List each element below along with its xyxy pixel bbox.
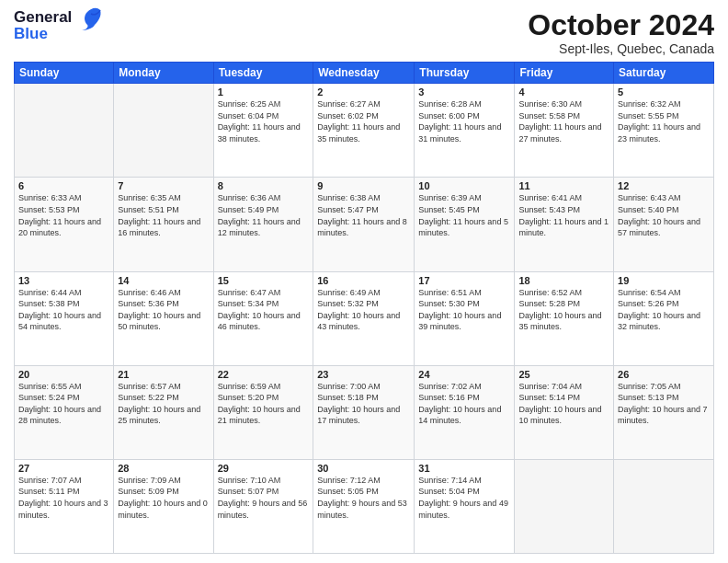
calendar-day-header: Saturday (614, 63, 714, 84)
day-info: Sunrise: 6:47 AMSunset: 5:34 PMDaylight:… (218, 287, 310, 333)
month-title: October 2024 (528, 9, 714, 41)
calendar-week-row: 1Sunrise: 6:25 AMSunset: 6:04 PMDaylight… (15, 84, 714, 178)
calendar-cell: 19Sunrise: 6:54 AMSunset: 5:26 PMDayligh… (614, 271, 714, 365)
calendar-cell: 9Sunrise: 6:38 AMSunset: 5:47 PMDaylight… (313, 178, 415, 271)
day-number: 11 (518, 180, 609, 191)
calendar-cell: 3Sunrise: 6:28 AMSunset: 6:00 PMDaylight… (415, 84, 515, 178)
day-number: 25 (518, 369, 609, 380)
day-number: 10 (418, 180, 510, 191)
calendar-cell (15, 84, 114, 178)
calendar-week-row: 6Sunrise: 6:33 AMSunset: 5:53 PMDaylight… (15, 178, 714, 271)
day-number: 2 (317, 86, 410, 98)
calendar-cell (515, 459, 614, 553)
day-info: Sunrise: 6:57 AMSunset: 5:22 PMDaylight:… (118, 381, 209, 427)
day-number: 15 (218, 275, 310, 286)
day-info: Sunrise: 6:32 AMSunset: 5:55 PMDaylight:… (618, 98, 710, 144)
calendar-cell: 14Sunrise: 6:46 AMSunset: 5:36 PMDayligh… (114, 271, 213, 365)
day-number: 20 (18, 369, 109, 380)
calendar-cell: 16Sunrise: 6:49 AMSunset: 5:32 PMDayligh… (313, 271, 415, 365)
day-number: 5 (618, 86, 710, 98)
day-number: 29 (218, 463, 310, 474)
day-number: 26 (618, 369, 710, 380)
day-number: 19 (618, 275, 710, 286)
logo-general: General (14, 9, 72, 26)
day-number: 8 (218, 180, 310, 191)
calendar-cell: 26Sunrise: 7:05 AMSunset: 5:13 PMDayligh… (614, 365, 714, 459)
location: Sept-Iles, Quebec, Canada (528, 41, 714, 56)
day-number: 7 (118, 180, 209, 191)
calendar-cell: 4Sunrise: 6:30 AMSunset: 5:58 PMDaylight… (515, 84, 614, 178)
day-info: Sunrise: 6:49 AMSunset: 5:32 PMDaylight:… (317, 287, 410, 333)
page: General Blue October 2024 Sept-Iles, Que… (0, 0, 728, 563)
calendar-cell: 1Sunrise: 6:25 AMSunset: 6:04 PMDaylight… (213, 84, 313, 178)
day-number: 9 (317, 180, 410, 191)
day-info: Sunrise: 6:51 AMSunset: 5:30 PMDaylight:… (418, 287, 510, 333)
calendar-cell: 15Sunrise: 6:47 AMSunset: 5:34 PMDayligh… (213, 271, 313, 365)
calendar-cell: 23Sunrise: 7:00 AMSunset: 5:18 PMDayligh… (313, 365, 415, 459)
header-right: October 2024 Sept-Iles, Quebec, Canada (528, 9, 714, 56)
day-info: Sunrise: 6:59 AMSunset: 5:20 PMDaylight:… (218, 381, 310, 427)
day-number: 3 (418, 86, 510, 98)
calendar-day-header: Sunday (15, 63, 114, 84)
calendar-cell: 29Sunrise: 7:10 AMSunset: 5:07 PMDayligh… (213, 459, 313, 553)
calendar-cell: 10Sunrise: 6:39 AMSunset: 5:45 PMDayligh… (415, 178, 515, 271)
calendar-cell: 30Sunrise: 7:12 AMSunset: 5:05 PMDayligh… (313, 459, 415, 553)
calendar-week-row: 20Sunrise: 6:55 AMSunset: 5:24 PMDayligh… (15, 365, 714, 459)
day-info: Sunrise: 6:52 AMSunset: 5:28 PMDaylight:… (518, 287, 609, 333)
calendar-cell: 17Sunrise: 6:51 AMSunset: 5:30 PMDayligh… (415, 271, 515, 365)
day-info: Sunrise: 6:54 AMSunset: 5:26 PMDaylight:… (618, 287, 710, 333)
day-info: Sunrise: 7:12 AMSunset: 5:05 PMDaylight:… (317, 475, 410, 521)
calendar-day-header: Monday (114, 63, 213, 84)
day-info: Sunrise: 6:55 AMSunset: 5:24 PMDaylight:… (18, 381, 109, 427)
day-number: 14 (118, 275, 209, 286)
calendar-cell (614, 459, 714, 553)
day-info: Sunrise: 7:02 AMSunset: 5:16 PMDaylight:… (418, 381, 510, 427)
day-info: Sunrise: 6:39 AMSunset: 5:45 PMDaylight:… (418, 192, 510, 238)
day-number: 22 (218, 369, 310, 380)
header: General Blue October 2024 Sept-Iles, Que… (14, 9, 714, 56)
calendar-cell: 8Sunrise: 6:36 AMSunset: 5:49 PMDaylight… (213, 178, 313, 271)
day-info: Sunrise: 6:46 AMSunset: 5:36 PMDaylight:… (118, 287, 209, 333)
day-info: Sunrise: 7:05 AMSunset: 5:13 PMDaylight:… (618, 381, 710, 427)
calendar-cell: 27Sunrise: 7:07 AMSunset: 5:11 PMDayligh… (15, 459, 114, 553)
day-info: Sunrise: 6:25 AMSunset: 6:04 PMDaylight:… (218, 98, 310, 144)
day-number: 31 (418, 463, 510, 474)
day-number: 23 (317, 369, 410, 380)
day-info: Sunrise: 6:35 AMSunset: 5:51 PMDaylight:… (118, 192, 209, 238)
calendar-cell: 25Sunrise: 7:04 AMSunset: 5:14 PMDayligh… (515, 365, 614, 459)
day-info: Sunrise: 6:33 AMSunset: 5:53 PMDaylight:… (18, 192, 109, 238)
day-info: Sunrise: 6:43 AMSunset: 5:40 PMDaylight:… (618, 192, 710, 238)
day-number: 6 (18, 180, 109, 191)
day-number: 28 (118, 463, 209, 474)
logo: General Blue (14, 9, 104, 42)
day-number: 12 (618, 180, 710, 191)
calendar-day-header: Tuesday (213, 63, 313, 84)
day-number: 13 (18, 275, 109, 286)
day-number: 21 (118, 369, 209, 380)
calendar-cell: 12Sunrise: 6:43 AMSunset: 5:40 PMDayligh… (614, 178, 714, 271)
day-info: Sunrise: 7:10 AMSunset: 5:07 PMDaylight:… (218, 475, 310, 521)
day-info: Sunrise: 7:14 AMSunset: 5:04 PMDaylight:… (418, 475, 510, 521)
calendar-cell: 21Sunrise: 6:57 AMSunset: 5:22 PMDayligh… (114, 365, 213, 459)
day-number: 24 (418, 369, 510, 380)
day-number: 1 (218, 86, 310, 98)
calendar-cell: 2Sunrise: 6:27 AMSunset: 6:02 PMDaylight… (313, 84, 415, 178)
day-info: Sunrise: 6:41 AMSunset: 5:43 PMDaylight:… (518, 192, 609, 238)
day-info: Sunrise: 6:27 AMSunset: 6:02 PMDaylight:… (317, 98, 410, 144)
calendar-cell: 13Sunrise: 6:44 AMSunset: 5:38 PMDayligh… (15, 271, 114, 365)
day-info: Sunrise: 7:04 AMSunset: 5:14 PMDaylight:… (518, 381, 609, 427)
calendar-cell (114, 84, 213, 178)
day-info: Sunrise: 7:09 AMSunset: 5:09 PMDaylight:… (118, 475, 209, 521)
calendar-cell: 28Sunrise: 7:09 AMSunset: 5:09 PMDayligh… (114, 459, 213, 553)
day-number: 30 (317, 463, 410, 474)
day-info: Sunrise: 6:38 AMSunset: 5:47 PMDaylight:… (317, 192, 410, 238)
calendar-table: SundayMondayTuesdayWednesdayThursdayFrid… (14, 62, 714, 554)
calendar-cell: 22Sunrise: 6:59 AMSunset: 5:20 PMDayligh… (213, 365, 313, 459)
logo-bird-icon (74, 5, 104, 40)
calendar-week-row: 13Sunrise: 6:44 AMSunset: 5:38 PMDayligh… (15, 271, 714, 365)
day-info: Sunrise: 6:28 AMSunset: 6:00 PMDaylight:… (418, 98, 510, 144)
calendar-cell: 11Sunrise: 6:41 AMSunset: 5:43 PMDayligh… (515, 178, 614, 271)
day-info: Sunrise: 6:36 AMSunset: 5:49 PMDaylight:… (218, 192, 310, 238)
day-info: Sunrise: 7:07 AMSunset: 5:11 PMDaylight:… (18, 475, 109, 521)
day-info: Sunrise: 7:00 AMSunset: 5:18 PMDaylight:… (317, 381, 410, 427)
